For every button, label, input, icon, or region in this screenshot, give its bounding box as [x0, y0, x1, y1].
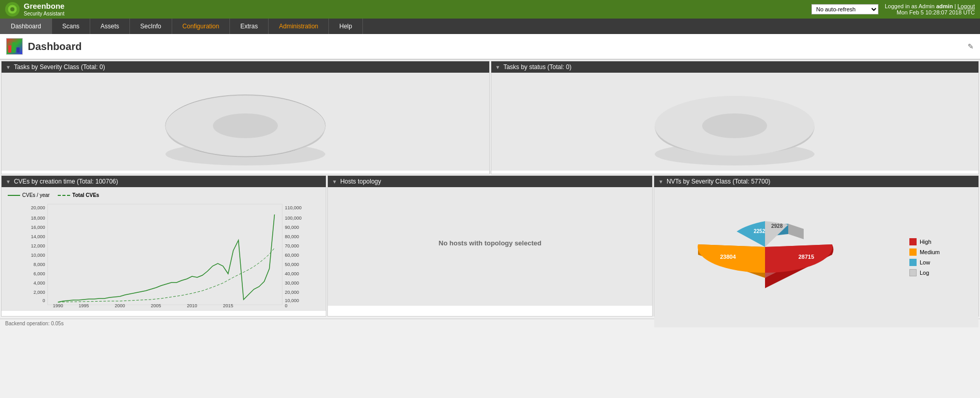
legend-high-label: High [920, 239, 932, 245]
nvts-title: NVTs by Severity Class (Total: 57700) [667, 178, 770, 185]
svg-text:23804: 23804 [720, 254, 736, 260]
legend-low-label: Low [920, 259, 930, 266]
svg-text:2252: 2252 [754, 228, 766, 234]
svg-text:2015: 2015 [223, 303, 233, 307]
svg-text:1990: 1990 [53, 303, 63, 307]
svg-text:4,000: 4,000 [34, 280, 45, 286]
svg-text:2005: 2005 [151, 303, 161, 307]
nav-dashboard[interactable]: Dashboard [0, 19, 52, 34]
legend-high: High [909, 238, 940, 245]
nav-secinfo[interactable]: SecInfo [130, 19, 172, 34]
svg-text:80,000: 80,000 [285, 234, 300, 239]
svg-point-1 [10, 7, 14, 11]
nvts-pie-chart: 28715 23804 2252 2928 [693, 198, 837, 317]
legend-total-cves: Total CVEs [58, 192, 99, 198]
legend-low: Low [909, 259, 940, 266]
high-color-box [909, 238, 917, 245]
logo-text: Greenbone Security Assistant [24, 2, 64, 17]
hosts-panel: ▼ Hosts topology No hosts with topology … [327, 175, 653, 317]
svg-text:20,000: 20,000 [285, 290, 300, 295]
svg-text:2010: 2010 [187, 303, 197, 307]
tasks-severity-panel: ▼ Tasks by Severity Class (Total: 0) [1, 61, 490, 174]
nvts-header: ▼ NVTs by Severity Class (Total: 57700) [654, 176, 978, 187]
svg-text:14,000: 14,000 [31, 234, 45, 239]
nav-bar: Dashboard Scans Assets SecInfo Configura… [0, 19, 980, 34]
top-bar: Greenbone Security Assistant No auto-ref… [0, 0, 980, 19]
nav-assets[interactable]: Assets [90, 19, 130, 34]
tasks-severity-chart [163, 74, 328, 170]
tasks-severity-title: Tasks by Severity Class (Total: 0) [14, 63, 105, 71]
cves-panel: ▼ CVEs by creation time (Total: 100706) … [1, 175, 326, 317]
dashboard-row-1: ▼ Tasks by Severity Class (Total: 0) [1, 61, 979, 174]
edit-dashboard-button[interactable]: ✎ [968, 42, 974, 51]
svg-point-11 [702, 113, 767, 138]
nvts-body: 28715 23804 2252 2928 High Medium [654, 187, 978, 327]
cves-body: CVEs / year Total CVEs 20,000 18,000 16,… [2, 187, 326, 311]
svg-text:2,000: 2,000 [34, 290, 45, 295]
legend-medium-label: Medium [920, 249, 940, 255]
svg-text:0: 0 [285, 303, 288, 307]
svg-text:60,000: 60,000 [285, 253, 300, 258]
legend-medium: Medium [909, 248, 940, 256]
nav-help[interactable]: Help [329, 19, 363, 34]
logo-area: Greenbone Security Assistant [5, 2, 64, 17]
top-right-area: No auto-refresh 30 seconds 1 minute 5 mi… [811, 3, 975, 15]
svg-text:10,000: 10,000 [285, 298, 300, 303]
svg-text:20,000: 20,000 [31, 205, 45, 210]
tasks-status-body [491, 73, 979, 171]
tasks-status-title: Tasks by status (Total: 0) [503, 63, 571, 71]
nav-configuration[interactable]: Configuration [172, 19, 230, 34]
cves-title: CVEs by creation time (Total: 100706) [14, 178, 118, 185]
logged-in-label: Logged in as Admin [885, 3, 935, 9]
legend-cves-year-label: CVEs / year [22, 192, 49, 198]
collapse-arrow-1[interactable]: ▼ [6, 64, 11, 70]
svg-text:100,000: 100,000 [285, 215, 302, 221]
nav-scans[interactable]: Scans [52, 19, 90, 34]
dashboard-content: ▼ Tasks by Severity Class (Total: 0) [0, 60, 980, 319]
nav-extras[interactable]: Extras [230, 19, 269, 34]
collapse-arrow-4[interactable]: ▼ [332, 179, 337, 185]
backend-operation: Backend operation: 0.05s [5, 321, 63, 326]
collapse-arrow-2[interactable]: ▼ [495, 64, 501, 70]
dashboard-row-2: ▼ CVEs by creation time (Total: 100706) … [1, 175, 979, 317]
legend-log: Log [909, 269, 940, 276]
svg-text:28715: 28715 [799, 254, 815, 260]
page-title: Dashboard [28, 41, 81, 53]
tasks-status-panel: ▼ Tasks by status (Total: 0) [491, 61, 979, 174]
cve-line-chart: 20,000 18,000 16,000 14,000 12,000 10,00… [4, 199, 324, 307]
brand-sub: Security Assistant [24, 11, 64, 17]
svg-text:8,000: 8,000 [34, 262, 45, 267]
dashboard-chart-icon [6, 38, 23, 55]
svg-text:10,000: 10,000 [31, 253, 45, 258]
hosts-body: No hosts with topology selected [328, 187, 652, 306]
medium-color-box [909, 248, 917, 256]
collapse-arrow-5[interactable]: ▼ [658, 179, 663, 185]
svg-text:12,000: 12,000 [31, 243, 45, 248]
collapse-arrow-3[interactable]: ▼ [6, 179, 11, 185]
svg-text:50,000: 50,000 [285, 262, 300, 267]
svg-text:70,000: 70,000 [285, 243, 300, 248]
user-info: Logged in as Admin admin | Logout Mon Fe… [885, 3, 975, 15]
nvts-panel: ▼ NVTs by Severity Class (Total: 57700) [654, 175, 979, 317]
hosts-header: ▼ Hosts topology [328, 176, 652, 187]
svg-text:6,000: 6,000 [34, 271, 45, 276]
hosts-title: Hosts topology [340, 178, 381, 185]
logout-link[interactable]: Logout [957, 3, 975, 9]
legend-total-cves-label: Total CVEs [72, 192, 99, 198]
low-color-box [909, 259, 917, 266]
nvts-legend: High Medium Low Log [909, 238, 940, 276]
page-header: Dashboard ✎ [0, 34, 980, 60]
legend-log-label: Log [920, 270, 929, 276]
svg-text:2000: 2000 [114, 303, 125, 307]
cves-header: ▼ CVEs by creation time (Total: 100706) [2, 176, 326, 187]
svg-text:90,000: 90,000 [285, 225, 300, 230]
svg-text:2928: 2928 [771, 223, 783, 229]
svg-text:0: 0 [42, 298, 45, 303]
nav-administration[interactable]: Administration [269, 19, 329, 34]
svg-rect-35 [48, 204, 283, 305]
svg-text:18,000: 18,000 [31, 215, 45, 221]
auto-refresh-select[interactable]: No auto-refresh 30 seconds 1 minute 5 mi… [811, 4, 878, 14]
svg-text:110,000: 110,000 [285, 205, 302, 210]
brand-name: Greenbone [24, 2, 64, 11]
legend-cves-year: CVEs / year [8, 192, 49, 198]
